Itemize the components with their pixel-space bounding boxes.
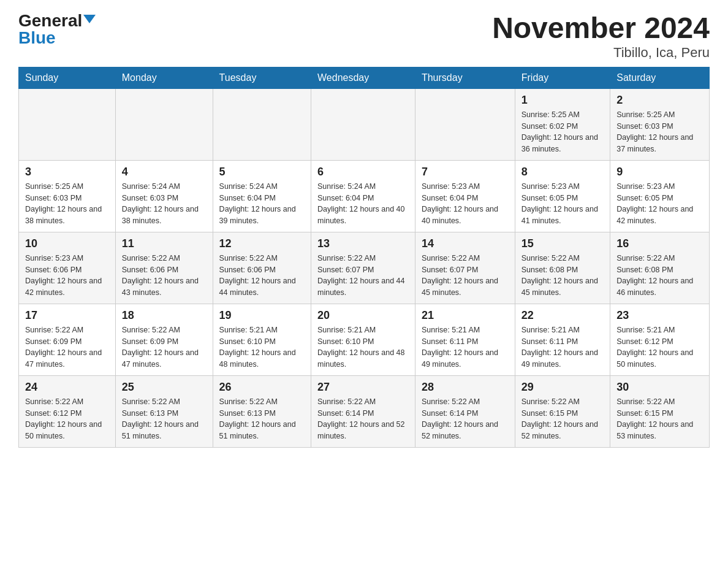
day-info: Sunrise: 5:22 AMSunset: 6:13 PMDaylight:…: [219, 397, 296, 440]
calendar-cell: 9Sunrise: 5:23 AMSunset: 6:05 PMDaylight…: [610, 160, 710, 232]
calendar-cell: 25Sunrise: 5:22 AMSunset: 6:13 PMDayligh…: [115, 375, 213, 447]
day-info: Sunrise: 5:22 AMSunset: 6:12 PMDaylight:…: [25, 397, 102, 440]
calendar-cell: 26Sunrise: 5:22 AMSunset: 6:13 PMDayligh…: [213, 375, 311, 447]
calendar-cell: 7Sunrise: 5:23 AMSunset: 6:04 PMDaylight…: [415, 160, 515, 232]
day-number: 30: [616, 381, 703, 394]
calendar-cell: 10Sunrise: 5:23 AMSunset: 6:06 PMDayligh…: [19, 232, 116, 304]
day-number: 7: [422, 166, 509, 178]
day-number: 24: [25, 381, 109, 394]
day-number: 17: [25, 309, 109, 322]
day-number: 18: [122, 309, 207, 322]
day-number: 1: [521, 94, 604, 107]
day-number: 20: [317, 309, 409, 322]
calendar-cell: 24Sunrise: 5:22 AMSunset: 6:12 PMDayligh…: [19, 375, 116, 447]
calendar-cell: 16Sunrise: 5:22 AMSunset: 6:08 PMDayligh…: [610, 232, 710, 304]
calendar-week-row: 3Sunrise: 5:25 AMSunset: 6:03 PMDaylight…: [19, 160, 710, 232]
calendar-cell: 20Sunrise: 5:21 AMSunset: 6:10 PMDayligh…: [311, 304, 415, 375]
day-info: Sunrise: 5:22 AMSunset: 6:13 PMDaylight:…: [122, 397, 199, 440]
day-number: 9: [616, 166, 703, 178]
logo-blue-text: Blue: [18, 28, 56, 47]
calendar-cell: 11Sunrise: 5:22 AMSunset: 6:06 PMDayligh…: [115, 232, 213, 304]
day-number: 16: [616, 237, 703, 250]
day-info: Sunrise: 5:25 AMSunset: 6:02 PMDaylight:…: [521, 110, 598, 153]
calendar-cell: 15Sunrise: 5:22 AMSunset: 6:08 PMDayligh…: [515, 232, 610, 304]
day-info: Sunrise: 5:22 AMSunset: 6:08 PMDaylight:…: [616, 254, 693, 297]
day-info: Sunrise: 5:22 AMSunset: 6:07 PMDaylight:…: [317, 254, 404, 297]
calendar-cell: 14Sunrise: 5:22 AMSunset: 6:07 PMDayligh…: [415, 232, 515, 304]
day-info: Sunrise: 5:22 AMSunset: 6:15 PMDaylight:…: [616, 397, 693, 440]
day-info: Sunrise: 5:22 AMSunset: 6:06 PMDaylight:…: [122, 254, 199, 297]
day-number: 12: [219, 237, 305, 250]
day-info: Sunrise: 5:22 AMSunset: 6:14 PMDaylight:…: [317, 397, 404, 440]
day-number: 28: [422, 381, 509, 394]
day-info: Sunrise: 5:24 AMSunset: 6:03 PMDaylight:…: [122, 182, 199, 225]
calendar-cell: [115, 88, 213, 160]
col-monday: Monday: [115, 67, 213, 88]
day-number: 19: [219, 309, 305, 322]
day-number: 29: [521, 381, 604, 394]
day-number: 8: [521, 166, 604, 178]
day-number: 3: [25, 166, 109, 178]
day-info: Sunrise: 5:21 AMSunset: 6:10 PMDaylight:…: [219, 326, 296, 369]
page-header: General Blue November 2024 Tibillo, Ica,…: [18, 12, 710, 61]
calendar-table: Sunday Monday Tuesday Wednesday Thursday…: [18, 67, 710, 448]
calendar-cell: 30Sunrise: 5:22 AMSunset: 6:15 PMDayligh…: [610, 375, 710, 447]
calendar-cell: 21Sunrise: 5:21 AMSunset: 6:11 PMDayligh…: [415, 304, 515, 375]
day-info: Sunrise: 5:23 AMSunset: 6:05 PMDaylight:…: [616, 182, 693, 225]
calendar-header: Sunday Monday Tuesday Wednesday Thursday…: [19, 67, 710, 88]
title-block: November 2024 Tibillo, Ica, Peru: [492, 12, 710, 61]
calendar-cell: [311, 88, 415, 160]
calendar-week-row: 17Sunrise: 5:22 AMSunset: 6:09 PMDayligh…: [19, 304, 710, 375]
calendar-cell: 18Sunrise: 5:22 AMSunset: 6:09 PMDayligh…: [115, 304, 213, 375]
day-number: 14: [422, 237, 509, 250]
day-info: Sunrise: 5:22 AMSunset: 6:09 PMDaylight:…: [122, 326, 199, 369]
calendar-cell: 27Sunrise: 5:22 AMSunset: 6:14 PMDayligh…: [311, 375, 415, 447]
logo-triangle-icon: [83, 15, 96, 23]
day-info: Sunrise: 5:22 AMSunset: 6:09 PMDaylight:…: [25, 326, 102, 369]
col-thursday: Thursday: [415, 67, 515, 88]
day-number: 15: [521, 237, 604, 250]
calendar-cell: 22Sunrise: 5:21 AMSunset: 6:11 PMDayligh…: [515, 304, 610, 375]
col-sunday: Sunday: [19, 67, 116, 88]
col-wednesday: Wednesday: [311, 67, 415, 88]
day-info: Sunrise: 5:22 AMSunset: 6:06 PMDaylight:…: [219, 254, 296, 297]
day-info: Sunrise: 5:22 AMSunset: 6:15 PMDaylight:…: [521, 397, 598, 440]
calendar-cell: 5Sunrise: 5:24 AMSunset: 6:04 PMDaylight…: [213, 160, 311, 232]
day-info: Sunrise: 5:22 AMSunset: 6:08 PMDaylight:…: [521, 254, 598, 297]
day-number: 5: [219, 166, 305, 178]
calendar-title: November 2024: [492, 12, 710, 45]
day-number: 13: [317, 237, 409, 250]
calendar-cell: 17Sunrise: 5:22 AMSunset: 6:09 PMDayligh…: [19, 304, 116, 375]
col-tuesday: Tuesday: [213, 67, 311, 88]
day-number: 6: [317, 166, 409, 178]
day-info: Sunrise: 5:23 AMSunset: 6:06 PMDaylight:…: [25, 254, 102, 297]
day-number: 11: [122, 237, 207, 250]
day-info: Sunrise: 5:21 AMSunset: 6:10 PMDaylight:…: [317, 326, 404, 369]
logo-general-text: General: [18, 12, 82, 29]
day-info: Sunrise: 5:23 AMSunset: 6:05 PMDaylight:…: [521, 182, 598, 225]
day-info: Sunrise: 5:25 AMSunset: 6:03 PMDaylight:…: [616, 110, 693, 153]
calendar-cell: 3Sunrise: 5:25 AMSunset: 6:03 PMDaylight…: [19, 160, 116, 232]
day-info: Sunrise: 5:24 AMSunset: 6:04 PMDaylight:…: [317, 182, 404, 225]
calendar-cell: 2Sunrise: 5:25 AMSunset: 6:03 PMDaylight…: [610, 88, 710, 160]
calendar-cell: 8Sunrise: 5:23 AMSunset: 6:05 PMDaylight…: [515, 160, 610, 232]
calendar-cell: 12Sunrise: 5:22 AMSunset: 6:06 PMDayligh…: [213, 232, 311, 304]
day-info: Sunrise: 5:21 AMSunset: 6:11 PMDaylight:…: [422, 326, 498, 369]
day-info: Sunrise: 5:22 AMSunset: 6:07 PMDaylight:…: [422, 254, 498, 297]
day-number: 22: [521, 309, 604, 322]
calendar-body: 1Sunrise: 5:25 AMSunset: 6:02 PMDaylight…: [19, 88, 710, 447]
calendar-cell: 1Sunrise: 5:25 AMSunset: 6:02 PMDaylight…: [515, 88, 610, 160]
day-number: 23: [616, 309, 703, 322]
day-info: Sunrise: 5:22 AMSunset: 6:14 PMDaylight:…: [422, 397, 498, 440]
col-friday: Friday: [515, 67, 610, 88]
day-info: Sunrise: 5:21 AMSunset: 6:11 PMDaylight:…: [521, 326, 598, 369]
calendar-cell: 23Sunrise: 5:21 AMSunset: 6:12 PMDayligh…: [610, 304, 710, 375]
calendar-week-row: 10Sunrise: 5:23 AMSunset: 6:06 PMDayligh…: [19, 232, 710, 304]
days-of-week-row: Sunday Monday Tuesday Wednesday Thursday…: [19, 67, 710, 88]
calendar-week-row: 24Sunrise: 5:22 AMSunset: 6:12 PMDayligh…: [19, 375, 710, 447]
day-number: 2: [616, 94, 703, 107]
calendar-cell: [213, 88, 311, 160]
day-number: 25: [122, 381, 207, 394]
col-saturday: Saturday: [610, 67, 710, 88]
day-number: 27: [317, 381, 409, 394]
